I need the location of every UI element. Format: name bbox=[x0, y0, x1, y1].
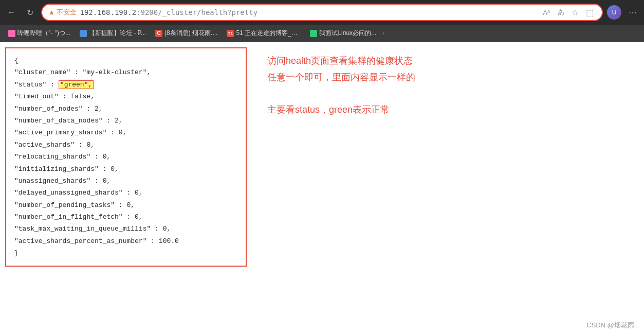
bookmark-forum[interactable]: 【新提醒】论坛 - P... bbox=[76, 27, 150, 39]
star-icon[interactable]: ☆ bbox=[569, 7, 581, 19]
bookmark-linux-label: 我面试Linux必问的... bbox=[319, 29, 376, 38]
bookmark-csdn-label: (8条消息) 烟花雨.... bbox=[164, 29, 217, 38]
bookmark-bilibili[interactable]: 哔哩哔哩（°- °)つ... bbox=[4, 27, 75, 39]
json-pending: "number_of_pending_tasks" : 0, bbox=[14, 199, 237, 211]
more-button[interactable]: ⋯ bbox=[625, 5, 640, 20]
annotation-text-1: 访问health页面查看集群的健康状态 bbox=[267, 53, 629, 69]
51-favicon: 51 bbox=[227, 30, 234, 37]
bookmark-csdn[interactable]: C (8条消息) 烟花雨.... bbox=[151, 27, 222, 39]
annotation-text-3: 主要看status，green表示正常 bbox=[267, 101, 629, 118]
json-status-value: "green", bbox=[59, 80, 94, 89]
bilibili-favicon bbox=[8, 30, 15, 37]
bookmark-forum-label: 【新提醒】论坛 - P... bbox=[89, 29, 146, 38]
read-icon[interactable]: Aᴬ bbox=[541, 8, 553, 18]
json-in-flight: "number_of_in_flight_fetch" : 0, bbox=[14, 211, 237, 223]
json-unassigned: "unassigned_shards" : 0, bbox=[14, 175, 237, 187]
annotation-text-2: 任意一个即可，里面内容显示一样的 bbox=[267, 69, 629, 85]
browser-chrome: ← ↻ ▲ 不安全 192.168.190.2:9200/_cluster/he… bbox=[0, 0, 644, 25]
refresh-button[interactable]: ↻ bbox=[23, 5, 37, 20]
json-cluster-name: "cluster_name" : "my-elk-cluster", bbox=[14, 66, 237, 78]
annotation-block-2: 主要看status，green表示正常 bbox=[267, 101, 629, 118]
bookmark-51-label: 51 正在迷途的博客_51... bbox=[236, 29, 301, 38]
json-active-shards: "active_shards" : 0, bbox=[14, 139, 237, 151]
json-open-brace: { bbox=[14, 55, 237, 66]
address-path: :9200/_cluster/health?pretty bbox=[136, 8, 257, 16]
json-active-primary: "active_primary_shards" : 0, bbox=[14, 127, 237, 138]
json-status: "status" : "green", bbox=[14, 79, 237, 91]
footer-watermark: CSDN @烟花雨.. bbox=[586, 321, 638, 330]
address-text: 192.168.190.2:9200/_cluster/health?prett… bbox=[80, 8, 538, 16]
address-host: 192.168.190.2 bbox=[80, 8, 136, 16]
bookmark-51[interactable]: 51 51 正在迷途的博客_51... bbox=[223, 27, 305, 39]
security-warning: ▲ 不安全 bbox=[48, 8, 77, 17]
bookmark-linux[interactable]: 我面试Linux必问的... bbox=[306, 27, 380, 39]
bookmarks-bar: 哔哩哔哩（°- °)つ... 【新提醒】论坛 - P... C (8条消息) 烟… bbox=[0, 25, 644, 42]
address-bar[interactable]: ▲ 不安全 192.168.190.2:9200/_cluster/health… bbox=[41, 4, 603, 21]
json-panel: { "cluster_name" : "my-elk-cluster", "st… bbox=[5, 47, 247, 267]
annotation-block-1: 访问health页面查看集群的健康状态 任意一个即可，里面内容显示一样的 bbox=[267, 53, 629, 86]
json-delayed: "delayed_unassigned_shards" : 0, bbox=[14, 187, 237, 199]
json-data-nodes: "number_of_data_nodes" : 2, bbox=[14, 115, 237, 127]
translate-icon[interactable]: あ bbox=[556, 7, 566, 18]
json-relocating: "relocating_shards" : 0, bbox=[14, 151, 237, 163]
avatar[interactable]: U bbox=[607, 5, 621, 20]
json-nodes: "number_of_nodes" : 2, bbox=[14, 103, 237, 115]
bookmark-bilibili-label: 哔哩哔哩（°- °)つ... bbox=[17, 29, 70, 38]
json-status-prefix: "status" : bbox=[14, 81, 59, 89]
json-timed-out: "timed_out" : false, bbox=[14, 91, 237, 102]
screenshot-icon[interactable]: ⬚ bbox=[584, 7, 596, 19]
back-button[interactable]: ← bbox=[4, 5, 19, 20]
page-footer: CSDN @烟花雨.. bbox=[0, 319, 644, 332]
annotation-panel: 访问health页面查看集群的健康状态 任意一个即可，里面内容显示一样的 主要看… bbox=[257, 47, 639, 313]
page-content: { "cluster_name" : "my-elk-cluster", "st… bbox=[0, 42, 644, 319]
bookmarks-more[interactable]: › bbox=[382, 30, 384, 36]
json-initializing: "initializing_shards" : 0, bbox=[14, 163, 237, 175]
json-active-percent: "active_shards_percent_as_number" : 100.… bbox=[14, 235, 237, 247]
json-close-brace: } bbox=[14, 247, 237, 259]
csdn-favicon: C bbox=[155, 30, 162, 37]
forum-favicon bbox=[80, 30, 87, 37]
linux-favicon bbox=[310, 30, 317, 37]
json-task-max: "task_max_waiting_in_queue_millis" : 0, bbox=[14, 223, 237, 235]
